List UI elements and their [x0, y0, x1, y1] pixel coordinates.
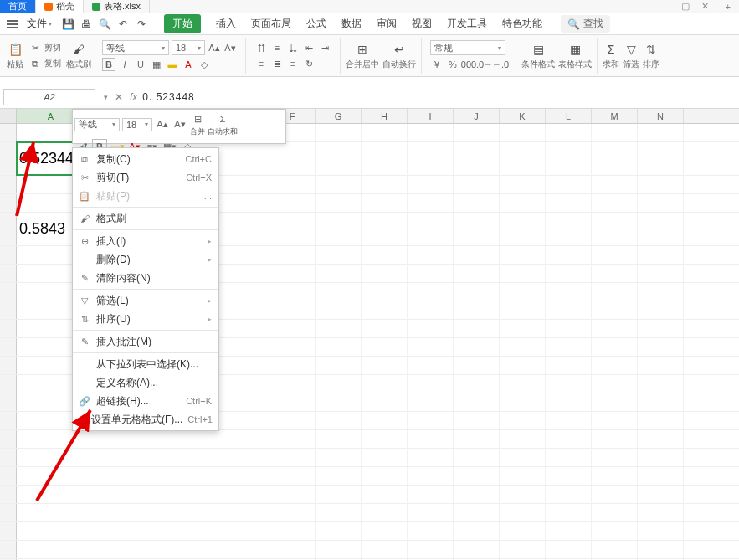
- cell-J13[interactable]: [454, 375, 500, 393]
- cell-C17[interactable]: [131, 449, 177, 466]
- cell-H3[interactable]: [362, 176, 408, 193]
- cell-E21[interactable]: [223, 522, 269, 540]
- cell-B20[interactable]: [85, 504, 131, 521]
- cell-N21[interactable]: [638, 522, 684, 540]
- cell-E13[interactable]: [223, 375, 269, 393]
- cell-I4[interactable]: [408, 194, 454, 212]
- cell-I11[interactable]: [408, 338, 454, 356]
- cell-H16[interactable]: [362, 430, 408, 448]
- number-format-select[interactable]: 常规▾: [430, 40, 505, 55]
- align-top-icon[interactable]: ⮅: [254, 41, 268, 54]
- row-header-9[interactable]: [0, 301, 17, 319]
- row-header-21[interactable]: [0, 522, 17, 540]
- cell-B18[interactable]: [85, 467, 131, 485]
- cell-L8[interactable]: [546, 283, 592, 301]
- cell-N10[interactable]: [638, 320, 684, 337]
- wrap-text-button[interactable]: ↩自动换行: [382, 41, 416, 70]
- cell-G14[interactable]: [316, 393, 362, 411]
- indent-inc-icon[interactable]: ⇥: [318, 41, 331, 54]
- tab-workbook[interactable]: 表格.xlsx: [84, 0, 150, 13]
- cell-H4[interactable]: [362, 194, 408, 212]
- copy-button[interactable]: ⧉复制: [28, 57, 61, 70]
- cell-C22[interactable]: [131, 541, 177, 558]
- search-box[interactable]: 🔍 查找: [561, 15, 610, 33]
- cell-E10[interactable]: [223, 320, 269, 337]
- cell-E16[interactable]: [223, 430, 269, 448]
- cell-E9[interactable]: [223, 301, 269, 319]
- cell-C16[interactable]: [131, 430, 177, 448]
- cell-G2[interactable]: [316, 142, 362, 175]
- cell-F11[interactable]: [269, 338, 316, 356]
- cell-I2[interactable]: [408, 142, 454, 175]
- cell-J12[interactable]: [454, 357, 500, 374]
- cell-L21[interactable]: [546, 522, 592, 540]
- cell-N16[interactable]: [638, 430, 684, 448]
- col-header-H[interactable]: H: [362, 109, 408, 123]
- cell-F14[interactable]: [269, 393, 316, 411]
- col-header-G[interactable]: G: [316, 109, 362, 123]
- cell-N12[interactable]: [638, 357, 684, 374]
- cell-C18[interactable]: [131, 467, 177, 485]
- cell-F7[interactable]: [269, 265, 316, 282]
- cell-B22[interactable]: [85, 541, 131, 558]
- cell-I14[interactable]: [408, 393, 454, 411]
- cell-J20[interactable]: [454, 504, 500, 521]
- decrease-font-icon[interactable]: A▾: [223, 41, 237, 54]
- cell-L15[interactable]: [546, 412, 592, 429]
- cell-M4[interactable]: [592, 194, 638, 212]
- cell-N3[interactable]: [638, 176, 684, 193]
- cell-M5[interactable]: [592, 213, 638, 245]
- row-header-20[interactable]: [0, 504, 17, 521]
- row-header-10[interactable]: [0, 320, 17, 337]
- row-header-17[interactable]: [0, 449, 17, 466]
- cell-I5[interactable]: [408, 213, 454, 245]
- cell-N8[interactable]: [638, 283, 684, 301]
- cell-I16[interactable]: [408, 430, 454, 448]
- cell-J18[interactable]: [454, 467, 500, 485]
- fill-color-button[interactable]: ▬: [166, 58, 179, 71]
- cell-E8[interactable]: [223, 283, 269, 301]
- cell-F3[interactable]: [269, 176, 316, 193]
- row-header-15[interactable]: [0, 412, 17, 429]
- cell-N17[interactable]: [638, 449, 684, 466]
- cell-M21[interactable]: [592, 522, 638, 540]
- font-color-button[interactable]: A: [182, 58, 195, 71]
- decrease-decimal-icon[interactable]: ←.0: [494, 58, 507, 71]
- cell-M7[interactable]: [592, 265, 638, 282]
- fx-icon[interactable]: fx: [130, 91, 137, 103]
- cell-H19[interactable]: [362, 486, 408, 503]
- underline-button[interactable]: U: [134, 58, 147, 71]
- ctx-filter[interactable]: ▽筛选(L)▸: [73, 291, 218, 310]
- cell-N18[interactable]: [638, 467, 684, 485]
- cell-J1[interactable]: [454, 124, 500, 141]
- fx-dropdown-icon[interactable]: ▾: [104, 93, 108, 101]
- cell-B21[interactable]: [85, 522, 131, 540]
- merge-center-button[interactable]: ⊞合并居中: [346, 41, 379, 70]
- cell-A20[interactable]: [17, 504, 85, 521]
- cell-L2[interactable]: [546, 142, 592, 175]
- ctx-format-cells[interactable]: ⚙设置单元格格式(F)...Ctrl+1: [73, 410, 218, 429]
- cell-K19[interactable]: [500, 486, 546, 503]
- cell-M3[interactable]: [592, 176, 638, 193]
- fx-cancel-icon[interactable]: ✕: [115, 91, 123, 103]
- cell-L9[interactable]: [546, 301, 592, 319]
- cell-I18[interactable]: [408, 467, 454, 485]
- italic-button[interactable]: I: [118, 58, 131, 71]
- row-header-2[interactable]: [0, 142, 17, 175]
- cell-L19[interactable]: [546, 486, 592, 503]
- more-font-icon[interactable]: ◇: [198, 58, 211, 71]
- cell-F8[interactable]: [269, 283, 316, 301]
- percent-icon[interactable]: %: [446, 58, 459, 71]
- cell-I22[interactable]: [408, 541, 454, 558]
- cell-F9[interactable]: [269, 301, 316, 319]
- cell-M15[interactable]: [592, 412, 638, 429]
- cell-H17[interactable]: [362, 449, 408, 466]
- cell-I10[interactable]: [408, 320, 454, 337]
- increase-decimal-icon[interactable]: .0→: [478, 58, 491, 71]
- cell-I13[interactable]: [408, 375, 454, 393]
- mini-autosum[interactable]: Σ自动求和: [208, 111, 238, 137]
- cell-K16[interactable]: [500, 430, 546, 448]
- cell-G19[interactable]: [316, 486, 362, 503]
- cell-N11[interactable]: [638, 338, 684, 356]
- cell-L6[interactable]: [546, 246, 592, 264]
